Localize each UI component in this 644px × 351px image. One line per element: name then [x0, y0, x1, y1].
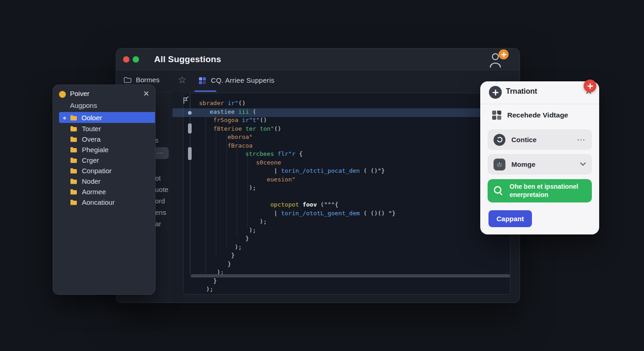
folder-item-label: Aormee	[82, 188, 106, 196]
folder-panel-header: Poiver ×	[53, 85, 155, 103]
chevron-down-icon[interactable]	[580, 162, 586, 166]
code-line	[183, 192, 510, 201]
code-line: s0ceone	[183, 159, 510, 167]
sidebar-item-fragment: uote	[155, 186, 168, 193]
code-line: );	[183, 184, 510, 192]
folder-icon	[70, 199, 77, 205]
code-line: }	[183, 277, 510, 286]
folder-item[interactable]: Touter	[70, 123, 155, 134]
code-line: euesion"	[183, 176, 510, 184]
favorite-star-icon[interactable]: ☆	[178, 74, 187, 85]
horizontal-scrollbar[interactable]	[191, 274, 510, 277]
window-title: All Suggestions	[154, 54, 221, 64]
code-line: );	[183, 218, 510, 226]
folder-item[interactable]: Phegiale	[70, 144, 155, 155]
action-link-row[interactable]: Recehede Vidtage	[491, 109, 592, 121]
code-line: );	[183, 285, 510, 294]
folder-item-label: Noder	[82, 177, 101, 185]
folder-item[interactable]: Overa	[70, 134, 155, 144]
code-lines: sbrader ir"()eastiee iii (frSogoa ir"t"(…	[183, 99, 510, 294]
tab-file-icon	[199, 77, 206, 86]
folder-item[interactable]: Conpatior	[70, 165, 155, 176]
sidebar-item-fragment: ot	[155, 174, 161, 182]
user-avatar-button[interactable]	[488, 51, 506, 70]
primary-button[interactable]: Cappant	[488, 210, 532, 227]
folder-icon	[70, 147, 77, 153]
add-circle-icon[interactable]	[489, 86, 502, 99]
minimize-traffic-light[interactable]	[133, 56, 139, 63]
folder-icon	[70, 157, 77, 163]
action-row-momge[interactable]: Momge	[488, 154, 592, 175]
more-options-icon[interactable]: ⋯	[577, 134, 586, 145]
sidebar-root-label: Bormes	[136, 76, 160, 84]
action-link-label: Recehede Vidtage	[507, 111, 568, 119]
action-row-label: Momge	[511, 160, 574, 168]
status-dot	[59, 91, 66, 98]
code-line: );	[183, 226, 510, 235]
close-traffic-light[interactable]	[123, 56, 129, 63]
close-icon[interactable]: ×	[143, 88, 149, 100]
folder-item-label: Touter	[82, 125, 101, 133]
action-panel-header: Trnationt ×	[480, 81, 599, 104]
action-row-label: Contice	[511, 136, 571, 144]
code-line: f8terioe ter ton"()	[183, 125, 510, 133]
search-icon	[493, 185, 504, 197]
code-line: frSogoa ir"t"()	[183, 116, 510, 125]
folder-outline-icon	[123, 77, 132, 83]
folder-item-label: Conpatior	[82, 167, 112, 175]
code-line: }	[183, 260, 510, 269]
folder-item-label: Ooloer	[81, 114, 102, 122]
sidebar-item-fragment: ord	[155, 197, 165, 205]
action-row-contice[interactable]: Contice ⋯	[488, 129, 592, 150]
folder-panel: Poiver × Augpons ◆ Ooloer TouterOveraPhe…	[53, 85, 156, 295]
plus-icon	[501, 52, 506, 57]
folder-item[interactable]: Noder	[70, 176, 155, 186]
folder-item-label: Phegiale	[82, 146, 108, 154]
folder-list: TouterOveraPhegialeCrgerConpatiorNoderAo…	[70, 123, 155, 207]
folder-panel-title: Poiver	[70, 90, 90, 97]
search-action-label: Ohe ben et ipsnationel enerpretaion	[510, 183, 578, 198]
code-line: eboroa°	[183, 133, 510, 142]
diamond-icon: ◆	[59, 115, 70, 120]
swirl-icon	[494, 134, 505, 146]
desktop: All Suggestions Bormes ☆	[0, 0, 644, 351]
sidebar-item-fragment: s	[155, 136, 159, 144]
action-panel-title: Trnationt	[506, 87, 537, 96]
action-panel: Trnationt × Recehede Vidtage Contice ⋯	[480, 81, 599, 234]
code-line: eastiee iii (	[183, 108, 510, 117]
folder-item-label: Overa	[82, 135, 101, 143]
code-line: opctopot foov ("""{	[183, 201, 510, 209]
folder-item-selected[interactable]: ◆ Ooloer	[59, 112, 155, 123]
code-line: | torin_/otcti_pocat_den ( ()"}	[183, 167, 510, 176]
folder-icon	[70, 126, 77, 132]
code-editor[interactable]: sbrader ir"()eastiee iii (frSogoa ir"t"(…	[183, 93, 510, 295]
folder-panel-subtitle: Augpons	[70, 101, 97, 109]
code-line: strcbees flr"r {	[183, 150, 510, 159]
code-line: }	[183, 251, 510, 260]
folder-icon	[70, 178, 77, 184]
window-toolbar: Bormes ☆ CQ. Arriee Supperis	[116, 70, 520, 92]
briefcase-icon	[494, 159, 505, 170]
folder-item-label: Crger	[82, 156, 99, 164]
sidebar-item-fragment: ar	[155, 220, 161, 228]
active-tab-label[interactable]: CQ. Arriee Supperis	[211, 76, 274, 84]
code-window: All Suggestions Bormes ☆	[116, 48, 520, 303]
folder-item[interactable]: Aormee	[70, 186, 155, 197]
folder-item[interactable]: Aoncatiour	[70, 197, 155, 207]
search-action-button[interactable]: Ohe ben et ipsnationel enerpretaion	[488, 179, 592, 202]
folder-item-label: Aoncatiour	[82, 198, 115, 206]
code-line: }	[183, 234, 510, 243]
notification-badge	[499, 49, 509, 59]
window-titlebar[interactable]: All Suggestions	[116, 48, 520, 70]
folder-icon	[70, 115, 77, 121]
folder-item[interactable]: Crger	[70, 155, 155, 165]
folder-icon	[70, 168, 77, 174]
alert-plus-badge	[584, 80, 596, 92]
sidebar-item-fragment: ens	[155, 208, 166, 216]
folder-icon	[70, 189, 77, 195]
code-line: );	[183, 243, 510, 252]
grid-collage-icon	[491, 110, 502, 121]
editor-pane: sbrader ir"()eastiee iii (frSogoa ir"t"(…	[172, 92, 520, 303]
code-line: sbrader ir"()	[183, 99, 510, 108]
sidebar-root-item[interactable]: Bormes	[123, 76, 160, 84]
